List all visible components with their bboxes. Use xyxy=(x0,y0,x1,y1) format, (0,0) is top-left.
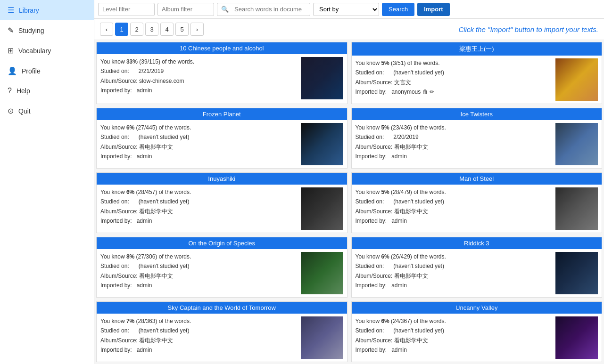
sidebar-label-profile: Profile xyxy=(22,67,41,75)
card-info: You know 6% (27/445) of the words. Studi… xyxy=(100,123,298,165)
sidebar-item-studying[interactable]: ✎Studying xyxy=(0,20,94,40)
sort-by-select[interactable]: Sort by xyxy=(313,3,379,16)
library-card[interactable]: 10 Chinese people and alcohol You know 3… xyxy=(96,42,348,104)
card-body: You know 6% (28/457) of the words. Studi… xyxy=(97,185,347,233)
card-info: You know 8% (27/306) of the words. Studi… xyxy=(100,252,298,294)
sidebar-item-profile[interactable]: 👤Profile xyxy=(0,61,94,81)
library-card[interactable]: Man of Steel You know 5% (28/479) of the… xyxy=(351,172,603,233)
library-card[interactable]: On the Origin of Species You know 8% (27… xyxy=(96,237,348,298)
card-thumbnail xyxy=(301,187,343,230)
card-body: You know 5% (28/479) of the words. Studi… xyxy=(352,185,602,233)
album-filter-input[interactable] xyxy=(157,3,214,16)
card-imported: Imported by: admin xyxy=(100,216,298,226)
card-body: You know 6% (24/367) of the words. Studi… xyxy=(352,314,602,362)
card-known: You know 33% (39/115) of the words. xyxy=(100,57,298,66)
studying-icon: ✎ xyxy=(8,26,14,35)
card-info: You know 6% (26/429) of the words. Studi… xyxy=(356,252,553,294)
card-known: You know 5% (23/436) of the words. xyxy=(356,123,553,132)
import-hint: Click the "Import" button to import your… xyxy=(458,25,598,33)
sidebar-label-vocabulary: Vocabulary xyxy=(18,47,51,55)
card-title: 梁惠王上(一) xyxy=(352,42,602,56)
sidebar-label-quit: Quit xyxy=(18,107,31,115)
card-body: You know 5% (3/51) of the words. Studied… xyxy=(352,56,602,104)
card-title: Inuyashiki xyxy=(97,173,347,185)
card-studied: Studied on: (haven't studied yet) xyxy=(356,68,553,77)
page-3-button[interactable]: 3 xyxy=(145,23,158,36)
card-album: Album/Source: 文言文 xyxy=(356,78,553,87)
profile-icon: 👤 xyxy=(8,66,17,75)
card-imported: Imported by: admin xyxy=(100,86,298,95)
library-card[interactable]: Inuyashiki You know 6% (28/457) of the w… xyxy=(96,172,348,233)
library-grid: 10 Chinese people and alcohol You know 3… xyxy=(94,40,604,364)
library-icon: ☰ xyxy=(8,6,14,15)
sidebar-item-library[interactable]: ☰Library xyxy=(0,0,94,20)
help-icon: ? xyxy=(8,87,12,95)
sidebar-item-vocabulary[interactable]: ⊞Vocabulary xyxy=(0,40,94,61)
search-button[interactable]: Search xyxy=(382,3,414,16)
sidebar-item-quit[interactable]: ⊙Quit xyxy=(0,101,94,121)
card-known: You know 5% (28/479) of the words. xyxy=(356,187,553,197)
card-thumbnail xyxy=(555,316,598,359)
card-album: Album/Source: slow-chinese.com xyxy=(100,76,298,86)
library-card[interactable]: Riddick 3 You know 6% (26/429) of the wo… xyxy=(351,237,603,298)
card-thumbnail xyxy=(555,58,598,101)
card-pct: 7% xyxy=(126,318,134,324)
sidebar-label-studying: Studying xyxy=(18,27,44,34)
delete-icon[interactable]: 🗑 xyxy=(422,89,428,95)
card-pct: 8% xyxy=(126,253,134,260)
card-thumbnail xyxy=(555,252,598,294)
card-imported: Imported by: admin xyxy=(100,345,298,355)
edit-icon[interactable]: ✏ xyxy=(430,89,434,95)
card-thumbnail xyxy=(301,252,343,294)
level-filter-input[interactable] xyxy=(98,3,155,16)
sidebar: ☰Library✎Studying⊞Vocabulary👤Profile?Hel… xyxy=(0,0,94,364)
card-pct: 6% xyxy=(126,189,134,195)
page-2-button[interactable]: 2 xyxy=(130,23,143,36)
card-studied: Studied on: 2/21/2019 xyxy=(100,66,298,76)
search-words-input[interactable] xyxy=(231,4,306,15)
page-5-button[interactable]: 5 xyxy=(175,23,189,36)
page-next-button[interactable]: › xyxy=(190,23,204,36)
card-pct: 5% xyxy=(381,60,389,66)
import-button[interactable]: Import xyxy=(417,3,449,16)
card-album: Album/Source: 看电影学中文 xyxy=(356,336,553,345)
sidebar-item-help[interactable]: ?Help xyxy=(0,81,94,101)
page-1-button[interactable]: 1 xyxy=(115,23,128,36)
card-studied: Studied on: (haven't studied yet) xyxy=(100,132,298,142)
card-studied: Studied on: (haven't studied yet) xyxy=(356,261,553,271)
page-4-button[interactable]: 4 xyxy=(160,23,174,36)
card-title: Man of Steel xyxy=(352,173,602,185)
card-thumbnail xyxy=(301,123,343,165)
vocabulary-icon: ⊞ xyxy=(8,46,14,55)
card-body: You know 6% (27/445) of the words. Studi… xyxy=(97,120,347,168)
library-card[interactable]: Uncanny Valley You know 6% (24/367) of t… xyxy=(351,301,603,362)
card-album: Album/Source: 看电影学中文 xyxy=(356,207,553,216)
card-title: Ice Twisters xyxy=(352,108,602,120)
card-info: You know 5% (3/51) of the words. Studied… xyxy=(356,58,553,101)
quit-icon: ⊙ xyxy=(8,106,14,115)
card-album: Album/Source: 看电影学中文 xyxy=(356,271,553,281)
card-imported: Imported by: admin xyxy=(100,281,298,290)
card-title: On the Origin of Species xyxy=(97,237,347,249)
card-body: You know 8% (27/306) of the words. Studi… xyxy=(97,249,347,297)
library-card[interactable]: Frozen Planet You know 6% (27/445) of th… xyxy=(96,108,348,169)
card-pct: 6% xyxy=(126,124,134,131)
card-studied: Studied on: (haven't studied yet) xyxy=(356,197,553,206)
card-body: You know 7% (28/363) of the words. Studi… xyxy=(97,314,347,362)
card-pct: 33% xyxy=(126,58,138,65)
card-info: You know 5% (28/479) of the words. Studi… xyxy=(356,187,553,230)
card-info: You know 6% (28/457) of the words. Studi… xyxy=(100,187,298,230)
library-card[interactable]: Sky Captain and the World of Tomorrow Yo… xyxy=(96,301,348,362)
card-thumbnail xyxy=(555,187,598,230)
card-studied: Studied on: (haven't studied yet) xyxy=(100,197,298,206)
page-prev-button[interactable]: ‹ xyxy=(100,23,113,36)
card-imported: Imported by: admin xyxy=(356,152,553,161)
card-known: You know 6% (27/445) of the words. xyxy=(100,123,298,132)
search-icon: 🔍 xyxy=(221,6,229,13)
card-studied: Studied on: (haven't studied yet) xyxy=(356,326,553,335)
card-thumbnail xyxy=(555,123,598,165)
library-card[interactable]: Ice Twisters You know 5% (23/436) of the… xyxy=(351,108,603,169)
library-card[interactable]: 梁惠王上(一) You know 5% (3/51) of the words.… xyxy=(351,42,603,104)
card-known: You know 6% (28/457) of the words. xyxy=(100,187,298,197)
main-content: 🔍 Sort by Search Import ‹ 1 2 3 4 5 › Cl… xyxy=(94,0,604,364)
